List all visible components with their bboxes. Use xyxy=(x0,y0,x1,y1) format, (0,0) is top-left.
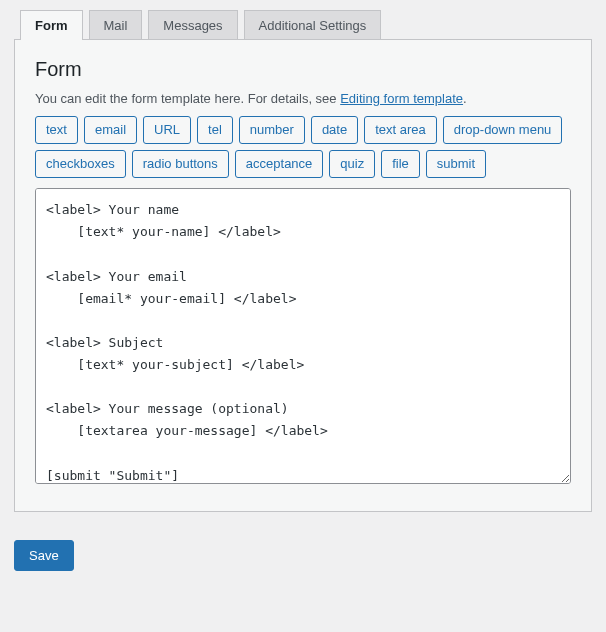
tag-btn-dropdown[interactable]: drop-down menu xyxy=(443,116,563,144)
tag-generator-row-2: checkboxes radio buttons acceptance quiz… xyxy=(35,150,571,178)
editing-form-template-link[interactable]: Editing form template xyxy=(340,91,463,106)
tag-btn-text[interactable]: text xyxy=(35,116,78,144)
tab-form[interactable]: Form xyxy=(20,10,83,40)
tab-messages[interactable]: Messages xyxy=(148,10,237,40)
tab-additional-settings[interactable]: Additional Settings xyxy=(244,10,382,40)
tag-btn-quiz[interactable]: quiz xyxy=(329,150,375,178)
panel-heading: Form xyxy=(35,58,571,81)
save-button[interactable]: Save xyxy=(14,540,74,571)
panel-description: You can edit the form template here. For… xyxy=(35,91,571,106)
form-template-textarea[interactable] xyxy=(35,188,571,484)
form-panel: Form You can edit the form template here… xyxy=(14,39,592,512)
tag-btn-submit[interactable]: submit xyxy=(426,150,486,178)
tag-btn-url[interactable]: URL xyxy=(143,116,191,144)
tag-btn-email[interactable]: email xyxy=(84,116,137,144)
tag-btn-acceptance[interactable]: acceptance xyxy=(235,150,324,178)
tabs-bar: Form Mail Messages Additional Settings xyxy=(20,10,592,40)
tag-generator-row-1: text email URL tel number date text area… xyxy=(35,116,571,144)
description-prefix: You can edit the form template here. For… xyxy=(35,91,340,106)
tag-btn-date[interactable]: date xyxy=(311,116,358,144)
tag-btn-file[interactable]: file xyxy=(381,150,420,178)
tag-btn-tel[interactable]: tel xyxy=(197,116,233,144)
tab-mail[interactable]: Mail xyxy=(89,10,143,40)
tag-btn-number[interactable]: number xyxy=(239,116,305,144)
tag-btn-checkboxes[interactable]: checkboxes xyxy=(35,150,126,178)
tag-btn-radio[interactable]: radio buttons xyxy=(132,150,229,178)
tag-btn-textarea[interactable]: text area xyxy=(364,116,437,144)
description-suffix: . xyxy=(463,91,467,106)
